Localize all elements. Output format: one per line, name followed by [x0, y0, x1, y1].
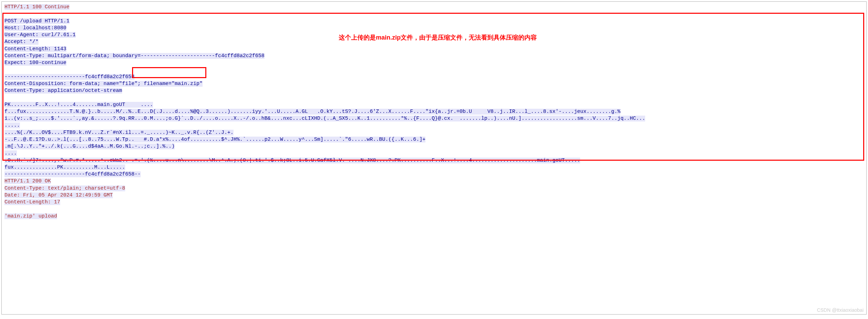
resp-content-length: Content-Length: 17 [4, 199, 864, 206]
part-content-type: Content-Type: application/octet-stream [4, 87, 864, 94]
resp-content-type: Content-Type: text/plain; charset=utf-8 [4, 185, 864, 192]
http-dump-panel: HTTP/1.1 100 Continue POST /upload HTTP/… [1, 1, 867, 315]
binary-body-line: PK........F..X...!....4.......main.goUT … [4, 102, 864, 108]
annotation-text: 这个上传的是main.zip文件，由于是压缩文件，无法看到具体压缩的内容 [339, 33, 537, 42]
binary-body-line: fux..............PK..........M...L..... [4, 164, 864, 171]
binary-body-line: f...fux..............T.N.@.}..b.....M/..… [4, 108, 864, 115]
resp-date: Date: Fri, 05 Apr 2024 12:49:59 GMT [4, 192, 864, 199]
request-line: POST /upload HTTP/1.1 [4, 18, 864, 25]
binary-body-line: .0..H.`./]7+....,."w.P.#.*.....^..cWa2..… [4, 157, 864, 164]
blank-line [4, 11, 864, 18]
req-expect: Expect: 100-continue [4, 60, 864, 66]
binary-body-line: ..... [4, 122, 864, 129]
binary-body-line: .... [4, 150, 864, 157]
binary-body-line: i..(v:..s_;....$.'....`.,ay.&......?.9q.… [4, 115, 864, 122]
binary-body-line: -..F..@.E.1?D.u..>.l(...[..8..75....W.Tp… [4, 136, 864, 143]
watermark: CSDN @ttxiaoxiaobai [817, 307, 864, 313]
resp-body: 'main.zip' upload [4, 213, 864, 220]
response-200-status: HTTP/1.1 200 OK [4, 178, 864, 185]
blank-line [4, 94, 864, 101]
binary-body-line: .m[.\J..Y.."+../.k(...G....d$4aA..M.Go.N… [4, 143, 864, 150]
req-host: Host: localhost:8080 [4, 25, 864, 32]
blank-line [4, 206, 864, 213]
multipart-boundary-open: --------------------------fc4cffd8a2c2f6… [4, 74, 864, 81]
blank-line [4, 66, 864, 73]
content-disposition: Content-Disposition: form-data; name="fi… [4, 81, 864, 87]
filename-token: filename="main.zip" [144, 81, 203, 87]
req-content-length: Content-Length: 1143 [4, 46, 864, 53]
binary-body-line: ....%(./K...OV$....FTB9.k.nV...Z.r`#nX.i… [4, 129, 864, 136]
multipart-boundary-close: --------------------------fc4cffd8a2c2f6… [4, 171, 864, 178]
response-100-status: HTTP/1.1 100 Continue [4, 4, 864, 11]
req-content-type: Content-Type: multipart/form-data; bound… [4, 53, 864, 60]
